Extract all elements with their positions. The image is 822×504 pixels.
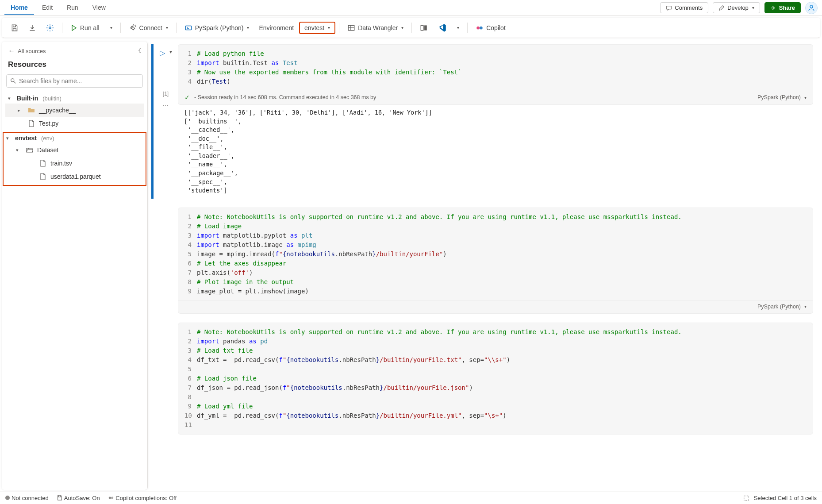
envtest-dropdown[interactable]: envtest ▾ <box>299 22 335 34</box>
cell-2: 1# Note: NotebookUtils is only supported… <box>151 208 813 314</box>
environment-button[interactable]: Environment <box>254 22 298 34</box>
cell-2-lang[interactable]: PySpark (Python) ▾ <box>757 304 807 310</box>
status-connection[interactable]: Not connected <box>5 495 49 501</box>
code-text: f <box>279 356 282 363</box>
tree-group-envtest[interactable]: ▾ envtest (env) <box>4 133 146 143</box>
avatar[interactable] <box>805 2 818 14</box>
select-all-icon[interactable] <box>743 495 749 501</box>
cell-2-code[interactable]: 1# Note: NotebookUtils is only supported… <box>178 208 813 301</box>
status-autosave[interactable]: AutoSave: On <box>57 495 100 501</box>
develop-button[interactable]: Develop ▾ <box>713 2 760 13</box>
tree-item-train[interactable]: train.tsv <box>4 157 146 170</box>
cell-1-exec-status: ✓ - Session ready in 14 sec 608 ms. Comm… <box>178 91 813 105</box>
cell-3-body: 1# Note: NotebookUtils is only supported… <box>178 323 813 435</box>
search-input[interactable] <box>19 77 139 85</box>
svg-point-0 <box>810 5 813 8</box>
envtest-label: envtest <box>304 24 324 31</box>
pencil-icon <box>718 5 725 11</box>
code-text: , sep= <box>462 412 484 419</box>
settings-button[interactable] <box>42 21 58 35</box>
table-icon <box>347 24 355 32</box>
code-text: /builtin/yourFile.yml" <box>380 412 461 419</box>
run-all-button[interactable]: Run all <box>66 22 104 34</box>
all-sources-label[interactable]: All sources <box>18 48 46 54</box>
download-button[interactable] <box>24 21 41 35</box>
copilot-status-label: Copilot completions: Off <box>115 495 177 501</box>
sidebar: ← All sources 《 Resources ▾ Built-in (bu… <box>2 42 148 490</box>
check-icon: ✓ <box>184 94 190 101</box>
code-text: # Load yml file <box>197 403 253 410</box>
chevron-down-icon: ▾ <box>6 135 12 141</box>
separator <box>176 23 177 33</box>
file-icon <box>27 119 35 127</box>
code-text: { <box>286 412 290 419</box>
code-text: df_json = pd.read_json( <box>197 384 283 391</box>
tree-group-builtin[interactable]: ▾ Built-in (builtin) <box>5 93 144 104</box>
pycache-label: __pycache__ <box>39 107 76 114</box>
menu-home[interactable]: Home <box>4 1 34 15</box>
chevron-down-icon[interactable]: ▾ <box>169 49 172 57</box>
plug-icon <box>129 24 137 32</box>
run-all-dropdown[interactable]: ▾ <box>105 23 117 33</box>
copilot-button[interactable]: Copilot <box>471 21 510 35</box>
cell-1-body: 1# Load python file 2import builtin.Test… <box>178 44 813 199</box>
code-text: # Note: NotebookUtils is only supported … <box>197 328 682 335</box>
develop-label: Develop <box>727 4 749 11</box>
share-button[interactable]: Share <box>764 2 801 13</box>
cell-1-output: [['jack', 34, '36'], ['Riti', 30, 'Delhi… <box>178 105 813 199</box>
file-icon <box>39 159 47 167</box>
play-icon <box>70 24 77 31</box>
menu-edit[interactable]: Edit <box>36 1 59 15</box>
environment-label: Environment <box>259 24 294 31</box>
status-dot-icon <box>5 496 10 500</box>
cell-1-code[interactable]: 1# Load python file 2import builtin.Test… <box>178 44 813 91</box>
code-text: notebookutils <box>294 384 342 391</box>
cell-1-more[interactable]: ⋯ <box>162 102 169 109</box>
copilot-label: Copilot <box>486 24 506 31</box>
menubar-right: Comments Develop ▾ Share <box>660 2 818 14</box>
selection-label: Selected Cell 1 of 3 cells <box>754 495 817 501</box>
layout-button[interactable] <box>415 21 432 35</box>
cell-1-lang[interactable]: PySpark (Python) ▾ <box>757 94 807 100</box>
status-copilot[interactable]: Copilot completions: Off <box>108 495 177 501</box>
code-text: as <box>249 338 257 345</box>
vscode-dropdown[interactable]: ▾ <box>452 23 464 33</box>
code-text: matplotlib.pyplot <box>219 232 290 239</box>
code-text: as <box>272 59 279 66</box>
code-text: /builtin/yourFile.txt" <box>380 356 461 363</box>
svg-rect-4 <box>421 25 423 30</box>
search-box[interactable] <box>6 74 143 88</box>
chevron-down-icon: ▾ <box>328 25 330 30</box>
tree-item-dataset[interactable]: ▾ Dataset <box>4 143 146 157</box>
svg-point-7 <box>480 26 483 29</box>
main-area: ← All sources 《 Resources ▾ Built-in (bu… <box>0 40 822 492</box>
chevron-down-icon: ▾ <box>457 25 459 30</box>
save-button[interactable] <box>6 21 23 35</box>
separator <box>411 23 412 33</box>
code-text: plt.axis( <box>197 269 230 276</box>
code-text: import <box>197 232 219 239</box>
tree-item-pycache[interactable]: ▸ __pycache__ <box>5 104 144 117</box>
code-text: "\s+" <box>484 412 503 419</box>
menu-view[interactable]: View <box>86 1 112 15</box>
tree-item-userdata[interactable]: userdata1.parquet <box>4 170 146 183</box>
tree-item-testpy[interactable]: Test.py <box>5 117 144 130</box>
run-cell-icon[interactable]: ▷ <box>160 49 165 57</box>
vscode-button[interactable] <box>433 21 451 35</box>
exec-text: - Session ready in 14 sec 608 ms. Comman… <box>194 94 376 100</box>
data-wrangler-button[interactable]: Data Wrangler ▾ <box>343 21 408 35</box>
connect-button[interactable]: Connect ▾ <box>124 21 173 35</box>
menu-run[interactable]: Run <box>61 1 85 15</box>
code-text: f <box>279 412 282 419</box>
code-text: ) <box>507 356 510 363</box>
back-icon[interactable]: ← <box>8 47 15 55</box>
chevron-down-icon: ▾ <box>804 304 807 309</box>
code-text: as <box>290 232 298 239</box>
separator <box>62 23 62 33</box>
comments-button[interactable]: Comments <box>660 2 708 13</box>
cell-3-code[interactable]: 1# Note: NotebookUtils is only supported… <box>178 323 813 435</box>
pyspark-button[interactable]: PySpark (Python) ▾ <box>180 21 254 35</box>
builtin-sublabel: (builtin) <box>42 95 61 102</box>
code-text: matplotlib.image <box>219 241 287 248</box>
collapse-icon[interactable]: 《 <box>135 47 141 55</box>
